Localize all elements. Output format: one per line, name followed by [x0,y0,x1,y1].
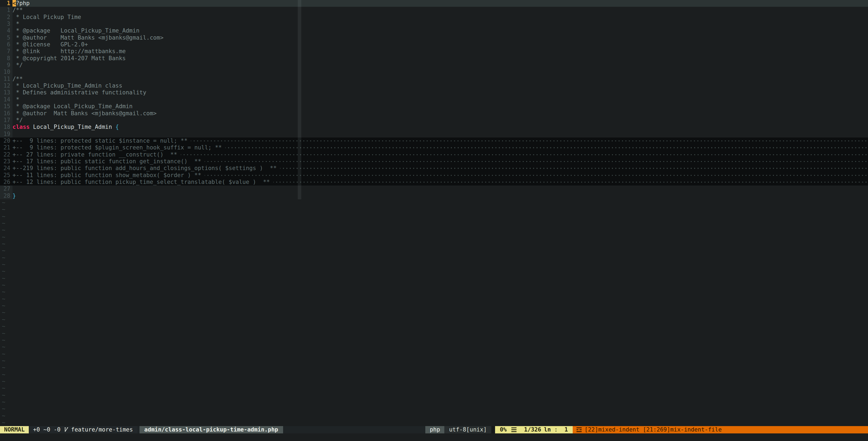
comment-text: /** [12,7,23,13]
line-number: 28 [0,193,12,199]
fold-line[interactable]: 26+-- 12 lines: public function pickup_t… [0,179,868,185]
code-line[interactable]: 4 * @package Local_Pickup_Time_Admin [0,27,868,34]
empty-line-tilde: ~ [0,261,868,268]
fold-line[interactable]: 22+-- 27 lines: private function __const… [0,151,868,158]
editor-buffer[interactable]: 1<?php1/**2 * Local Pickup Time3 *4 * @p… [0,0,868,426]
empty-line-tilde: ~ [0,213,868,220]
code-line[interactable]: 19 [0,131,868,137]
scroll-percent: 0% [500,426,506,433]
fold-text: +-- 9 lines: protected static $instance … [12,137,191,144]
line-number: 8 [0,55,12,62]
fold-line[interactable]: 21+-- 9 lines: protected $plugin_screen_… [0,144,868,151]
comment-text: * [12,96,19,103]
line-number: 26 [0,179,12,185]
line-content: * [12,21,868,27]
code-token: { [115,124,119,130]
line-content: * @author Matt Banks <mjbanks@gmail.com> [12,34,868,41]
line-content [12,69,868,75]
empty-line-tilde: ~ [0,378,868,385]
code-line[interactable]: 2 * Local Pickup Time [0,14,868,21]
comment-text: * @package Local_Pickup_Time_Admin [12,27,140,34]
empty-line-tilde: ~ [0,234,868,241]
code-line[interactable]: 5 * @author Matt Banks <mjbanks@gmail.co… [0,34,868,41]
code-line[interactable]: 17 */ [0,117,868,124]
fold-text: +--219 lines: public function add_hours_… [12,165,280,172]
git-hunks: +0 ~0 -0 [33,426,61,433]
line-number: 6 [0,41,12,48]
line-content: * Local Pickup Time [12,14,868,21]
empty-line-tilde: ~ [0,227,868,234]
code-line[interactable]: 12 * Local_Pickup_Time_Admin class [0,82,868,89]
comment-text: * Local Pickup Time [12,14,81,20]
empty-line-tilde: ~ [0,206,868,213]
empty-line-tilde: ~ [0,392,868,399]
code-line[interactable]: 9 */ [0,62,868,69]
comment-text: */ [12,117,23,124]
code-line[interactable]: 13 * Defines administrative functionalit… [0,89,868,96]
fold-fill-dots [273,179,868,185]
comment-text: * [12,21,19,27]
comment-text: * @license GPL-2.0+ [12,41,88,48]
fold-line[interactable]: 25+-- 11 lines: public function show_met… [0,172,868,179]
code-line[interactable]: 8 * @copyright 2014-207 Matt Banks [0,55,868,62]
empty-line-tilde: ~ [0,412,868,419]
fold-fill-dots [191,137,868,144]
line-content [12,131,868,137]
code-line[interactable]: 16 * @author Matt Banks <mjbanks@gmail.c… [0,110,868,117]
empty-line-tilde: ~ [0,309,868,316]
line-number: 10 [0,69,12,75]
filename: admin/class-local-pickup-time-admin.php [140,426,283,433]
lint-warning-segment: [22]mixed-indent [21:269]mix-indent-file [573,426,868,433]
fold-line[interactable]: 23+-- 17 lines: public static function g… [0,158,868,165]
code-line[interactable]: 18class Local_Pickup_Time_Admin { [0,124,868,131]
mode-indicator: NORMAL [0,426,29,433]
line-content: * @author Matt Banks <mjbanks@gmail.com> [12,110,868,117]
warning-text: [22]mixed-indent [21:269]mix-indent-file [585,426,722,433]
code-line[interactable]: 1/** [0,7,868,13]
code-line[interactable]: 1<?php [0,0,868,7]
line-content: * @package Local_Pickup_Time_Admin [12,27,868,34]
line-number: 2 [0,14,12,21]
line-number: 22 [0,151,12,158]
comment-text: * @copyright 2014-207 Matt Banks [12,55,126,62]
line-content: */ [12,62,868,69]
comment-text: * @author Matt Banks <mjbanks@gmail.com> [12,110,157,116]
line-content: * @license GPL-2.0+ [12,41,868,48]
line-number: 7 [0,48,12,55]
code-line[interactable]: 14 * [0,96,868,103]
code-line[interactable]: 27 [0,185,868,192]
line-content: * [12,96,868,103]
code-token: ?php [16,0,30,6]
command-line[interactable] [0,433,868,441]
fold-text: +-- 27 lines: private function __constru… [12,151,181,158]
line-content: } [12,193,868,199]
empty-line-tilde: ~ [0,282,868,289]
code-line[interactable]: 6 * @license GPL-2.0+ [0,41,868,48]
fold-fill-dots [181,151,868,158]
code-line[interactable]: 3 * [0,21,868,27]
code-line[interactable]: 28} [0,193,868,199]
indent-warning-icon [577,428,582,432]
code-line[interactable]: 10 [0,69,868,75]
code-token: } [12,193,16,199]
fold-line[interactable]: 20+-- 9 lines: protected static $instanc… [0,137,868,144]
fold-fill-dots [225,144,868,151]
comment-text: * @package Local_Pickup_Time_Admin [12,103,133,109]
line-number: 19 [0,131,12,137]
line-number: 3 [0,21,12,27]
fold-fill-dots [280,165,868,172]
code-line[interactable]: 7 * @link http://mattbanks.me [0,48,868,55]
empty-line-tilde: ~ [0,405,868,412]
line-number: 15 [0,103,12,110]
empty-line-tilde: ~ [0,296,868,302]
fold-line[interactable]: 24+--219 lines: public function add_hour… [0,165,868,172]
comment-text: */ [12,62,23,68]
code-line[interactable]: 15 * @package Local_Pickup_Time_Admin [0,103,868,110]
empty-line-tilde: ~ [0,385,868,392]
filetype: php [425,426,444,433]
fold-fill-dots [205,158,868,165]
empty-line-tilde: ~ [0,255,868,261]
line-number: 12 [0,82,12,89]
code-line[interactable]: 11/** [0,76,868,82]
line-content: class Local_Pickup_Time_Admin { [12,124,868,131]
